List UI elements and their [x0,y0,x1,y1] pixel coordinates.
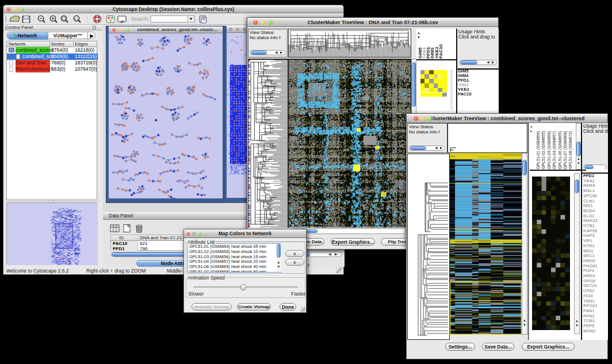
svg-text:GPL51-06 (GSM865): GPL51-06 (GSM865) [558,131,563,169]
svg-text:Search:: Search: [131,16,149,22]
svg-text:PAC10: PAC10 [438,44,443,59]
svg-text:GPL51-01 (GSM854): GPL51-01 (GSM854) [536,131,541,169]
svg-text:1:1: 1:1 [75,18,79,21]
svg-text:GPL51-04 (GSM857): GPL51-04 (GSM857) [552,131,557,169]
svg-text:GPL51-02 (GSM855): GPL51-02 (GSM855) [541,131,546,169]
svg-text:GPL51-03 (GSM856): GPL51-03 (GSM856) [547,131,552,169]
svg-text:GPL51-08 (GSM872): GPL51-08 (GSM872) [568,131,573,169]
svg-text:GPL51-07 (GSM868): GPL51-07 (GSM868) [563,131,568,169]
